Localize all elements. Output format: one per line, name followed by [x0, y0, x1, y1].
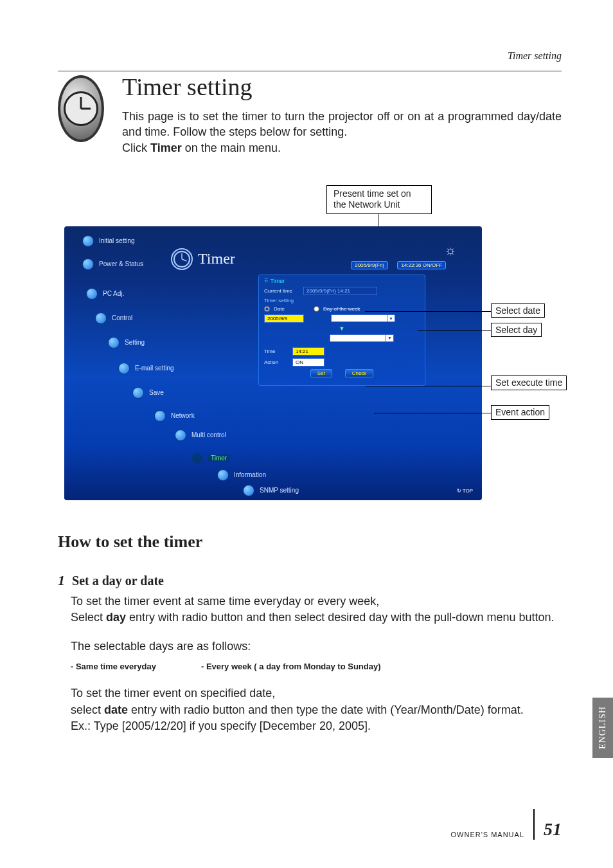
chevron-down-icon: ▼ — [387, 315, 395, 321]
leader-select-date — [365, 311, 491, 312]
page-title: Timer setting — [122, 73, 562, 101]
nav-initial-setting[interactable]: Initial setting — [82, 235, 135, 247]
power-icon — [82, 258, 94, 270]
selectable-days-list: - Same time everyday - Every week ( a da… — [71, 661, 562, 673]
header-breadcrumb: Timer setting — [58, 50, 562, 62]
gear-icon — [82, 235, 94, 247]
panel-heading: ⠿ Timer — [264, 278, 420, 284]
secondary-dropdown[interactable]: ▼ — [330, 334, 394, 342]
footer-divider — [533, 809, 535, 840]
nav-label: PC Adj. — [103, 290, 124, 297]
nav-information[interactable]: Information — [217, 469, 266, 481]
nav-label: Multi control — [191, 431, 226, 439]
date-input[interactable]: 2005/9/9 — [264, 314, 304, 323]
nav-label: Control — [112, 314, 132, 321]
footer-label: OWNER'S MANUAL — [451, 831, 525, 838]
section-heading: How to set the timer — [58, 532, 562, 552]
app-title-text: Timer — [198, 250, 235, 267]
language-tab: ENGLISH — [592, 698, 613, 758]
mail-icon — [118, 363, 130, 374]
nav-label: Network — [171, 412, 195, 419]
chevron-down-icon: ▼ — [386, 335, 393, 341]
page-footer: OWNER'S MANUAL 51 — [451, 809, 562, 840]
nav-label: Information — [234, 471, 266, 478]
disk-icon — [132, 387, 144, 399]
step-line: To set the timer event at same time ever… — [71, 593, 562, 610]
nav-snmp[interactable]: SNMP setting — [243, 485, 299, 496]
timer-title-icon — [171, 248, 193, 270]
day-dropdown[interactable]: ▼ — [331, 314, 395, 322]
step-title: Set a day or date — [72, 574, 164, 588]
nav-power-status[interactable]: Power & Status — [82, 258, 143, 270]
step-line: The selectable days are as follows: — [71, 638, 562, 655]
status-date-pill: 2005/9/9(Fri) — [351, 261, 388, 269]
set-button[interactable]: Set — [310, 369, 332, 377]
step-1: 1 Set a day or date To set the timer eve… — [58, 571, 562, 734]
nav-network[interactable]: Network — [154, 410, 195, 422]
app-title: Timer — [171, 248, 235, 270]
day-radio-label: Day of the week — [323, 306, 360, 312]
leader-event-action — [374, 413, 491, 413]
date-radio-label: Date — [274, 306, 292, 312]
nav-label: Setting — [125, 339, 145, 346]
down-arrow-icon: ▼ — [264, 325, 420, 332]
nav-label: SNMP setting — [260, 487, 299, 494]
action-label: Action — [264, 359, 289, 365]
app-window: Initial setting Power & Status PC Adj. C… — [64, 226, 482, 500]
nav-label: E-mail setting — [135, 365, 174, 372]
callout-event-action: Event action — [491, 405, 549, 420]
nav-control[interactable]: Control — [95, 312, 132, 324]
wrench-icon — [108, 337, 120, 348]
intro-paragraph-2: Click Timer on the main menu. — [122, 140, 562, 156]
time-label: Time — [264, 348, 289, 354]
intro-paragraph-1: This page is to set the timer to turn th… — [122, 109, 562, 140]
page-number: 51 — [544, 819, 562, 840]
clock-small-icon — [191, 453, 203, 464]
nav-label: Power & Status — [99, 260, 143, 267]
nav-pc-adj[interactable]: PC Adj. — [86, 288, 124, 300]
nav-multi-control[interactable]: Multi control — [175, 429, 226, 441]
clock-face-icon — [62, 89, 100, 128]
date-radio[interactable] — [264, 306, 270, 312]
step-line: Select day entry with radio button and t… — [71, 610, 562, 626]
leader-set-time — [365, 386, 491, 386]
nav-label: Timer — [208, 455, 229, 462]
step-number: 1 — [58, 572, 65, 588]
screenshot-figure: Present time set on the Network Unit Ini… — [58, 185, 562, 507]
step-line: Ex.: Type [2005/12/20] if you specify [D… — [71, 718, 562, 734]
svg-line-5 — [182, 259, 187, 261]
globe-icon — [154, 410, 166, 422]
monitor-icon — [86, 288, 98, 300]
info-icon — [217, 469, 229, 481]
callout-present-time: Present time set on the Network Unit — [326, 185, 432, 214]
list-item: - Same time everyday — [71, 661, 156, 673]
header-rule — [58, 71, 562, 71]
timer-setting-label: Timer setting — [264, 298, 299, 303]
time-input[interactable]: 14:21 — [292, 347, 324, 356]
current-time-value: 2005/9/9(Fri) 14:21 — [303, 287, 377, 295]
sun-icon: ☼ — [445, 243, 456, 258]
snmp-icon — [243, 485, 254, 496]
nav-label: Initial setting — [99, 237, 135, 244]
callout-select-day: Select day — [491, 323, 542, 337]
leader-select-day — [418, 330, 491, 331]
timer-panel: ⠿ Timer Current time 2005/9/9(Fri) 14:21… — [258, 275, 425, 386]
nav-setting[interactable]: Setting — [108, 337, 145, 348]
nav-timer[interactable]: Timer — [191, 453, 229, 464]
nav-save[interactable]: Save — [132, 387, 164, 399]
callout-set-time: Set execute time — [491, 375, 567, 390]
current-time-label: Current time — [264, 288, 299, 294]
day-radio[interactable] — [314, 306, 319, 312]
top-link[interactable]: ↻ TOP — [457, 488, 473, 494]
check-button[interactable]: Check — [345, 369, 374, 377]
nav-email[interactable]: E-mail setting — [118, 363, 174, 374]
action-select[interactable]: ON — [292, 358, 324, 366]
slider-icon — [95, 312, 107, 324]
list-item: - Every week ( a day from Monday to Sund… — [201, 661, 381, 673]
grid-icon — [175, 429, 186, 441]
clock-icon — [58, 75, 104, 142]
step-line: To set the timer event on specified date… — [71, 685, 562, 701]
callout-select-date: Select date — [491, 303, 545, 318]
status-time-pill: 14:22:36 ON/OFF — [397, 261, 446, 269]
nav-label: Save — [149, 389, 164, 396]
